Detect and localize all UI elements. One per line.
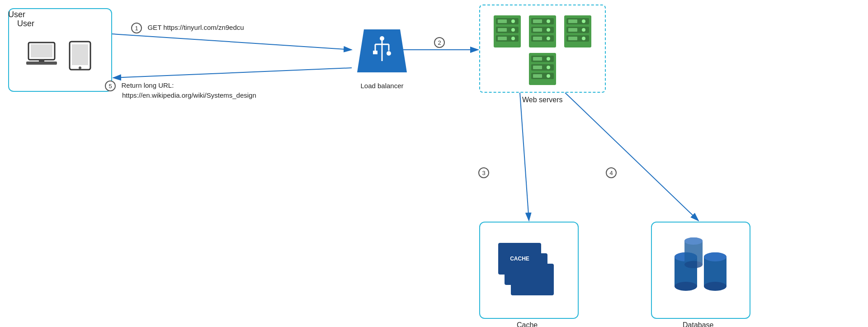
svg-rect-17 [373,51,377,54]
svg-point-20 [380,36,384,41]
step5-text-line1: Return long URL: [121,81,174,89]
cache-label: Cache [517,321,538,327]
step4-label: 4 [606,167,617,178]
svg-line-3 [520,93,529,221]
svg-point-63 [675,282,697,291]
svg-line-1 [112,34,352,50]
step1-text: GET https://tinyurl.com/zn9edcu [147,24,244,31]
svg-point-67 [704,282,726,291]
svg-rect-9 [39,60,44,62]
svg-rect-46 [568,28,577,32]
svg-point-58 [547,57,550,61]
diagram: User User 1 GET https://tiny [0,0,868,327]
web-servers-label: Web servers [522,96,563,104]
step2-circle: 2 [434,37,445,48]
svg-point-30 [511,37,515,40]
step4-circle: 4 [606,167,617,178]
svg-point-71 [684,261,703,268]
step2-label: 2 [434,37,445,48]
step3-label: 3 [478,167,489,178]
svg-point-59 [547,66,550,69]
lb-label: Load balancer [357,82,407,90]
svg-point-60 [547,74,550,78]
laptop-icon [26,41,60,72]
web-servers-box [479,5,606,93]
cache-box: CACHE CACHE CACHE [479,222,579,319]
svg-rect-25 [498,19,507,23]
step5-label: 5 Return long URL: https://en.wikipedia.… [105,81,256,100]
svg-rect-45 [568,19,577,23]
svg-point-19 [387,51,391,56]
svg-rect-36 [533,28,542,32]
svg-point-48 [582,19,585,23]
svg-point-28 [511,19,515,23]
svg-point-68 [704,252,726,261]
svg-point-50 [582,37,585,40]
svg-rect-7 [31,44,52,57]
svg-rect-47 [568,37,577,40]
svg-point-29 [511,28,515,32]
db-icon-3 [684,234,704,270]
step5-circle: 5 [105,81,116,91]
svg-point-72 [684,237,703,245]
server-icon-1 [491,14,523,48]
svg-rect-8 [26,62,57,65]
server-icon-3 [562,14,594,48]
step1-circle: 1 [131,23,142,33]
step1-label: 1 GET https://tinyurl.com/zn9edcu [131,23,244,33]
svg-line-5 [113,68,352,78]
user-title: User [8,10,25,19]
step5-text-line2: https://en.wikipedia.org/wiki/Systems_de… [122,91,256,99]
svg-point-49 [582,28,585,32]
cache-sticker-1: CACHE [510,256,529,262]
user-label: User [17,19,34,28]
svg-rect-55 [533,57,542,61]
svg-rect-57 [533,74,542,78]
svg-rect-37 [533,37,542,40]
database-box [651,222,750,319]
svg-line-4 [565,93,698,221]
svg-point-39 [547,28,550,32]
load-balancer-icon: Load balancer [357,25,407,90]
svg-rect-35 [533,19,542,23]
svg-point-40 [547,37,550,40]
svg-rect-26 [498,28,507,32]
step3-circle: 3 [478,167,489,178]
svg-point-38 [547,19,550,23]
database-label: Database [683,321,714,327]
svg-rect-56 [533,66,542,69]
svg-rect-27 [498,37,507,40]
server-icon-2 [527,14,558,48]
db-icon-2 [703,248,728,293]
tablet-icon [68,41,93,74]
server-icon-4 [527,52,558,86]
svg-point-12 [79,66,81,69]
svg-rect-11 [72,44,88,65]
user-box: User [8,8,112,92]
